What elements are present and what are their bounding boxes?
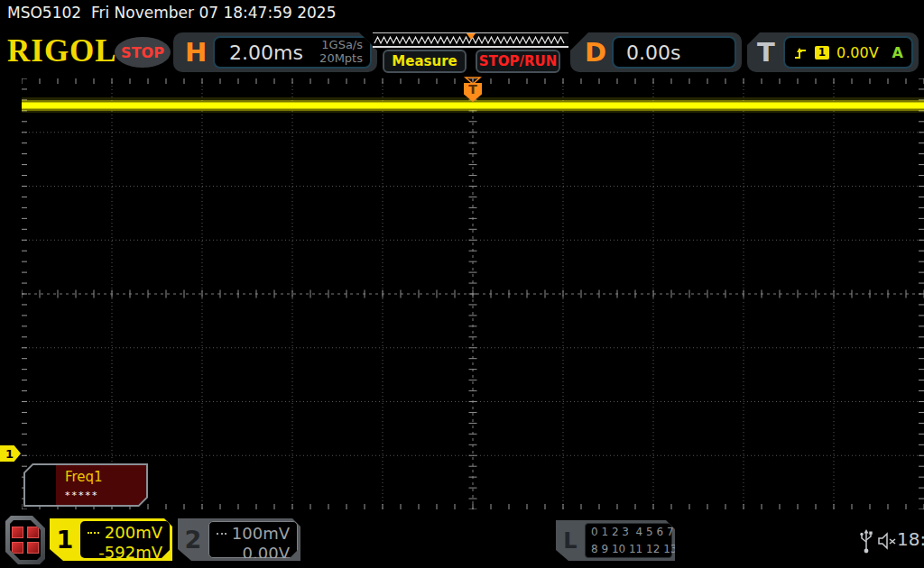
menu-grid-square xyxy=(12,542,23,554)
trigger-source-badge: 1 xyxy=(815,46,829,60)
measure-button-label: Measure xyxy=(392,53,457,69)
oscilloscope-screen: MSO5102 Fri November 07 18:47:59 2025 RI… xyxy=(0,0,924,568)
delay-label: D xyxy=(585,32,606,72)
channel1-offset: -592mV xyxy=(88,543,162,562)
logic-channels-badge[interactable]: L 0 1 2 3 4 5 6 7 8 9 10 11 12 13 14 15 xyxy=(556,520,675,561)
channel-menu-button[interactable] xyxy=(5,516,45,564)
rising-edge-icon xyxy=(793,46,808,60)
stop-run-button[interactable]: STOP/RUN xyxy=(476,50,560,73)
acquisition-rates: 1GSa/s 20Mpts xyxy=(319,39,370,66)
measurement-value: ***** xyxy=(65,490,137,501)
graticule-grid xyxy=(22,78,924,509)
dc-coupling-icon xyxy=(217,533,226,535)
menu-grid-icon xyxy=(10,520,41,560)
channel1-scale: 200mV xyxy=(105,523,162,542)
delay-box: 0.00s xyxy=(612,36,736,69)
usb-icon xyxy=(859,529,873,554)
memory-depth: 20Mpts xyxy=(319,51,363,65)
sample-rate: 1GSa/s xyxy=(321,38,363,51)
horizontal-label: H xyxy=(185,32,207,72)
trigger-box: 1 0.00V A xyxy=(783,36,913,69)
timebase-box: 2.00ms 1GSa/s 20Mpts xyxy=(213,36,372,69)
delay-value: 0.00s xyxy=(614,41,680,64)
channel1-badge[interactable]: 1 200mV -592mV xyxy=(50,518,172,561)
channel2-scale: 100mV xyxy=(232,524,290,543)
channel1-values-box: 200mV -592mV xyxy=(80,521,170,558)
trigger-sweep-mode: A xyxy=(892,44,903,61)
channel2-badge[interactable]: 2 100mV 0.00V xyxy=(178,518,300,561)
logic-channels-box: 0 1 2 3 4 5 6 7 8 9 10 11 12 13 14 15 xyxy=(585,523,672,558)
sound-muted-icon xyxy=(877,532,897,550)
run-state-label: STOP xyxy=(121,44,164,61)
timebase-value: 2.00ms xyxy=(215,41,303,64)
logic-row2: 8 9 10 11 12 13 14 15 xyxy=(591,541,666,558)
channel2-number: 2 xyxy=(178,518,208,561)
waveform-preview-strip[interactable] xyxy=(373,32,568,48)
graticule xyxy=(22,78,924,509)
measurement-name: Freq1 xyxy=(65,469,137,485)
preview-trigger-position-icon xyxy=(467,33,476,40)
menu-grid-square xyxy=(27,527,39,538)
measurement-thumbnail xyxy=(25,465,56,505)
trigger-label: T xyxy=(757,32,775,72)
logic-label: L xyxy=(556,520,585,561)
channel1-ground-marker[interactable]: 1 xyxy=(0,445,21,462)
trigger-settings-button[interactable]: T 1 0.00V A xyxy=(747,32,919,72)
clock-text: 18:47 xyxy=(897,528,924,550)
logic-row1: 0 1 2 3 4 5 6 7 xyxy=(591,524,666,541)
trigger-marker-letter: T xyxy=(468,83,477,96)
trigger-level-value: 0.00V xyxy=(836,44,879,61)
menu-grid-square xyxy=(12,527,23,538)
measurement-freq1-box[interactable]: Freq1 ***** xyxy=(23,463,148,507)
channel1-marker-number: 1 xyxy=(5,447,14,461)
channel2-offset: 0.00V xyxy=(217,544,290,563)
channel2-values-box: 100mV 0.00V xyxy=(208,521,298,558)
channel1-number: 1 xyxy=(50,518,80,561)
dc-coupling-icon xyxy=(88,532,99,534)
stop-run-button-label: STOP/RUN xyxy=(479,53,558,69)
menu-grid-square xyxy=(27,542,39,554)
delay-settings-button[interactable]: D 0.00s xyxy=(570,32,742,72)
model-datetime-text: MSO5102 Fri November 07 18:47:59 2025 xyxy=(7,4,336,22)
rigol-logo: RIGOL xyxy=(7,34,117,69)
measure-button[interactable]: Measure xyxy=(383,50,467,73)
run-state-badge: STOP xyxy=(115,37,171,68)
horizontal-settings-button[interactable]: H 2.00ms 1GSa/s 20Mpts xyxy=(173,32,377,72)
